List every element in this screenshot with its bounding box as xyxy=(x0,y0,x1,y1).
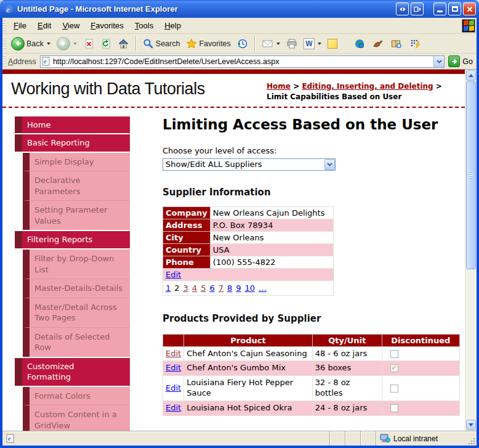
discuss-button[interactable] xyxy=(324,38,340,50)
menubar-grip[interactable] xyxy=(4,20,6,32)
edit-dropdown-caret[interactable] xyxy=(318,43,321,45)
globe-tool-icon[interactable] xyxy=(354,38,365,49)
word-icon: W xyxy=(304,38,315,49)
address-field[interactable]: e http://localhost:1297/Code/EditInsertD… xyxy=(40,55,445,68)
sidebar-item-details-of-selected-row[interactable]: Details of Selected Row xyxy=(23,327,130,357)
back-dropdown-caret[interactable] xyxy=(47,43,50,45)
vertical-scrollbar[interactable] xyxy=(465,70,477,431)
window-popout-button[interactable] xyxy=(411,2,424,15)
menu-edit[interactable]: Edit xyxy=(32,19,57,32)
pager-link[interactable]: 8 xyxy=(227,283,232,293)
window-arrows-button[interactable] xyxy=(396,2,409,15)
sidebar-item-declarative-parameters[interactable]: Declarative Parameters xyxy=(23,171,130,200)
pager-link[interactable]: 9 xyxy=(236,283,241,293)
ie-app-icon: e xyxy=(4,4,14,14)
minimize-button[interactable] xyxy=(433,2,446,15)
discontinued-checkbox[interactable] xyxy=(390,350,398,358)
close-button[interactable] xyxy=(463,2,476,15)
forward-button[interactable] xyxy=(54,36,80,52)
discontinued-checkbox[interactable] xyxy=(390,364,398,372)
toolbar-grip[interactable] xyxy=(4,38,6,50)
sidebar-item-filter-by-dropdown-list[interactable]: Filter by Drop-Down List xyxy=(23,250,130,279)
refresh-button[interactable] xyxy=(97,37,115,51)
forward-dropdown-caret[interactable] xyxy=(73,43,77,45)
sidebar-item-format-colors[interactable]: Format Colors xyxy=(23,387,130,405)
print-button[interactable] xyxy=(283,37,300,51)
search-button[interactable]: Search xyxy=(140,37,183,51)
masthead: Working with Data Tutorials Home > Editi… xyxy=(2,74,465,108)
discontinued-checkbox[interactable] xyxy=(390,404,398,412)
pager-link[interactable]: 6 xyxy=(209,283,214,293)
sidebar-item-basic-reporting[interactable]: Basic Reporting xyxy=(15,134,130,152)
breadcrumb-home-link[interactable]: Home xyxy=(267,82,291,91)
sidebar-item-label: Declarative Parameters xyxy=(34,176,80,196)
address-bar: Address e http://localhost:1297/Code/Edi… xyxy=(2,54,477,70)
pager-link[interactable]: 3 xyxy=(183,283,188,293)
scroll-down-button[interactable] xyxy=(466,420,476,430)
sidebar-item-simple-display[interactable]: Simple Display xyxy=(23,153,130,171)
address-label: Address xyxy=(8,57,36,66)
menu-favorites[interactable]: Favorites xyxy=(85,19,129,32)
menu-help[interactable]: Help xyxy=(159,19,187,32)
field-label: City xyxy=(163,231,211,243)
mail-dropdown-caret[interactable] xyxy=(276,43,280,45)
sidebar-item-label: Customized Formatting xyxy=(27,362,74,382)
sidebar-item-master-details-details[interactable]: Master-Details-Details xyxy=(23,279,130,298)
table-row: Edit Louisiana Hot Spiced Okra 24 - 8 oz… xyxy=(163,401,460,416)
pager-ellipsis-link[interactable]: … xyxy=(259,283,267,293)
go-button[interactable]: Go xyxy=(448,55,473,67)
pager-current-page: 2 xyxy=(174,283,179,293)
sidebar-item-home[interactable]: Home xyxy=(15,116,130,134)
product-edit-link[interactable]: Edit xyxy=(166,349,181,358)
breadcrumb-section-link[interactable]: Editing, Inserting, and Deleting xyxy=(302,82,433,91)
field-label: Phone xyxy=(163,256,211,268)
menu-file[interactable]: File xyxy=(8,19,32,32)
edit-with-word-button[interactable]: W xyxy=(300,37,324,51)
windows-logo xyxy=(462,19,475,33)
sidebar-item-customized-formatting[interactable]: Customized Formatting xyxy=(15,358,130,386)
discontinued-checkbox[interactable] xyxy=(390,385,398,393)
research-book-icon[interactable] xyxy=(391,39,402,49)
window-resize-grip[interactable] xyxy=(467,431,477,446)
mail-button[interactable] xyxy=(259,38,283,50)
product-name: Chef Anton's Gumbo Mix xyxy=(184,361,313,376)
pager-link[interactable]: 4 xyxy=(192,283,197,293)
pager-link[interactable]: 1 xyxy=(166,283,171,293)
search-icon xyxy=(143,38,154,49)
site-title: Working with Data Tutorials xyxy=(11,79,205,102)
pager-link[interactable]: 10 xyxy=(245,283,256,293)
address-dropdown-button[interactable] xyxy=(433,56,444,67)
product-edit-link[interactable]: Edit xyxy=(166,383,181,393)
addressbar-grip[interactable] xyxy=(4,55,6,68)
pager-link[interactable]: 5 xyxy=(201,283,206,293)
web-page: Working with Data Tutorials Home > Editi… xyxy=(2,70,465,431)
scroll-up-button[interactable] xyxy=(466,70,476,81)
access-level-select[interactable]: Show/Edit ALL Suppliers xyxy=(163,158,336,171)
favorites-button[interactable]: Favorites xyxy=(183,37,233,51)
scrollbar-thumb[interactable] xyxy=(466,81,476,269)
stop-button[interactable] xyxy=(80,37,97,51)
sidebar-item-filtering-reports[interactable]: Filtering Reports xyxy=(15,231,130,248)
menu-tools[interactable]: Tools xyxy=(129,19,159,32)
top-accent-bar xyxy=(2,70,465,74)
sidebar-item-setting-parameter-values[interactable]: Setting Parameter Values xyxy=(23,200,130,230)
select-dropdown-button[interactable] xyxy=(324,159,335,170)
back-button[interactable]: Back xyxy=(8,36,54,52)
history-button[interactable] xyxy=(234,37,251,51)
products-section-title: Products Provided by Supplier xyxy=(163,313,465,324)
sidebar-item-label: Custom Content in a GridView xyxy=(34,410,117,430)
sidebar-item-custom-content-gridview[interactable]: Custom Content in a GridView xyxy=(23,405,130,431)
sidebar-item-master-detail-two-pages[interactable]: Master/Detail Across Two Pages xyxy=(23,298,130,327)
product-edit-link[interactable]: Edit xyxy=(166,363,181,372)
pager-link[interactable]: 7 xyxy=(219,283,223,293)
binary-tool-icon[interactable] xyxy=(409,39,421,49)
home-button[interactable] xyxy=(115,37,132,51)
edit-column-header xyxy=(163,334,184,346)
supplier-edit-link[interactable]: Edit xyxy=(166,270,181,279)
product-edit-link[interactable]: Edit xyxy=(166,403,181,412)
menu-view[interactable]: View xyxy=(57,19,85,32)
messenger-bird-icon[interactable] xyxy=(372,39,384,49)
supplier-details-table: CompanyNew Orleans Cajun Delights Addres… xyxy=(163,206,334,296)
svg-text:e: e xyxy=(44,58,47,65)
maximize-button[interactable] xyxy=(448,2,461,15)
